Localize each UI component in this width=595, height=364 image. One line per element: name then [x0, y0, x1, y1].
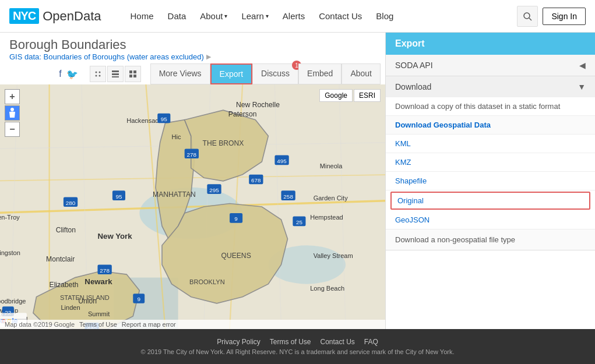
footer-terms[interactable]: Terms of Use [270, 338, 311, 346]
tab-export[interactable]: Export [210, 63, 252, 84]
footer-contact[interactable]: Contact Us [321, 338, 355, 346]
svg-rect-9 [129, 70, 132, 73]
tab-embed[interactable]: Embed [298, 63, 341, 84]
svg-text:Mineola: Mineola [320, 162, 343, 169]
svg-text:New York: New York [97, 232, 132, 241]
svg-text:9: 9 [234, 215, 238, 222]
nav-blog[interactable]: Blog [370, 0, 399, 33]
facebook-icon[interactable]: f [59, 69, 61, 80]
svg-text:Newark: Newark [85, 277, 112, 286]
view-icon-2[interactable] [107, 66, 124, 82]
logo-area[interactable]: NYC OpenData [9, 8, 101, 24]
soda-api-label: SODA API [395, 61, 433, 70]
download-chevron: ▼ [578, 82, 586, 91]
view-icon-3[interactable] [125, 66, 141, 82]
pegman-icon [8, 107, 17, 119]
zoom-in-button[interactable]: + [5, 89, 20, 104]
svg-text:STATEN ISLAND: STATEN ISLAND [60, 294, 110, 301]
svg-point-0 [524, 13, 530, 19]
export-panel-header: Export [386, 33, 595, 55]
map-zoom-controls: + − [5, 89, 20, 137]
sign-in-button[interactable]: Sign In [543, 8, 586, 25]
svg-rect-10 [133, 70, 136, 73]
map-container[interactable]: New Rochelle Glen-Troy Livingston Woodbr… [0, 84, 385, 329]
footer-links: Privacy Policy Terms of Use Contact Us F… [217, 338, 378, 346]
svg-rect-12 [133, 75, 136, 77]
footer-privacy[interactable]: Privacy Policy [217, 338, 260, 346]
map-overlay-buttons: Google ESRI [319, 89, 381, 102]
dataset-subtitle[interactable]: GIS data: Boundaries of Boroughs (water … [9, 52, 376, 61]
search-icon [523, 12, 532, 21]
download-original[interactable]: Original [390, 192, 590, 210]
svg-point-4 [95, 75, 97, 77]
nav-links: Home Data About ▾ Learn ▾ Alerts Contact… [125, 0, 513, 33]
svg-point-2 [95, 72, 97, 73]
download-toggle[interactable]: Download ▼ [386, 76, 595, 97]
svg-text:Linden: Linden [61, 304, 80, 311]
download-geojson[interactable]: GeoJSON [386, 211, 595, 229]
tab-more-views[interactable]: More Views [150, 63, 210, 84]
download-geo-title: Download Geospatial Data [386, 116, 595, 135]
tab-group: More Views Export Discuss 1 Embed About [150, 63, 381, 84]
map-report-link[interactable]: Report a map error [122, 321, 176, 328]
svg-rect-11 [129, 75, 132, 77]
svg-text:Summit: Summit [88, 310, 110, 317]
nav-data[interactable]: Data [162, 0, 192, 33]
footer-copyright: © 2019 The City of New York. All Right R… [141, 348, 455, 355]
export-panel: Export SODA API ◀ Download ▼ Download a … [385, 33, 595, 329]
zoom-out-button[interactable]: − [5, 122, 20, 137]
svg-point-5 [98, 75, 100, 77]
svg-rect-6 [112, 70, 119, 72]
svg-text:Clifton: Clifton [56, 226, 76, 234]
subtitle-arrow: ▶ [206, 53, 211, 61]
nav-home[interactable]: Home [125, 0, 160, 33]
map-data-label: Map data ©2019 Google [5, 321, 75, 328]
svg-text:278: 278 [100, 267, 110, 274]
soda-api-toggle[interactable]: SODA API ◀ [386, 55, 595, 76]
svg-text:495: 495 [277, 158, 287, 164]
nyc-logo[interactable]: NYC [9, 8, 39, 24]
svg-text:Hic: Hic [172, 133, 181, 140]
download-shapefile[interactable]: Shapefile [386, 172, 595, 190]
svg-text:Valley Stream: Valley Stream [314, 252, 353, 259]
nav-learn[interactable]: Learn ▾ [235, 0, 274, 33]
nav-alerts[interactable]: Alerts [277, 0, 311, 33]
svg-rect-7 [112, 73, 119, 75]
footer-faq[interactable]: FAQ [364, 338, 378, 346]
search-button[interactable] [517, 6, 538, 27]
pegman-button[interactable] [5, 105, 20, 121]
svg-point-94 [10, 108, 14, 111]
nav-contact[interactable]: Contact Us [313, 0, 368, 33]
download-kmz[interactable]: KMZ [386, 153, 595, 172]
tab-about[interactable]: About [341, 63, 381, 84]
view-icon-1[interactable] [90, 66, 106, 82]
tab-discuss[interactable]: Discuss 1 [252, 63, 298, 84]
svg-text:Hackensack: Hackensack [126, 117, 162, 124]
svg-text:678: 678 [251, 177, 261, 183]
svg-text:25: 25 [296, 219, 303, 225]
svg-text:295: 295 [209, 187, 219, 193]
svg-line-1 [529, 18, 531, 20]
svg-text:MANHATTAN: MANHATTAN [153, 190, 196, 199]
download-label: Download [395, 82, 431, 91]
tabs-row: f 🐦 More Views [0, 61, 385, 84]
twitter-icon[interactable]: 🐦 [66, 69, 78, 80]
esri-map-btn[interactable]: ESRI [354, 89, 381, 102]
dataset-header: Borough Boundaries GIS data: Boundaries … [0, 33, 385, 61]
google-map-btn[interactable]: Google [319, 89, 353, 102]
page-wrapper: NYC OpenData Home Data About ▾ Learn ▾ A… [0, 0, 595, 364]
svg-text:Montclair: Montclair [46, 255, 75, 263]
opendata-logo: OpenData [43, 9, 101, 24]
non-geo-title: Download a non-geospatial file type [386, 229, 595, 250]
svg-text:THE BRONX: THE BRONX [203, 139, 244, 147]
svg-text:New Rochelle: New Rochelle [236, 101, 280, 109]
svg-text:Hempstead: Hempstead [310, 214, 343, 221]
svg-text:QUEENS: QUEENS [221, 252, 251, 260]
download-kml[interactable]: KML [386, 135, 595, 153]
nav-about[interactable]: About ▾ [194, 0, 233, 33]
svg-text:Livingston: Livingston [0, 249, 20, 256]
social-icons: f 🐦 [59, 69, 78, 80]
dataset-title: Borough Boundaries [9, 37, 376, 52]
soda-api-section: SODA API ◀ [386, 55, 595, 76]
map-terms-link[interactable]: Terms of Use [79, 321, 117, 328]
